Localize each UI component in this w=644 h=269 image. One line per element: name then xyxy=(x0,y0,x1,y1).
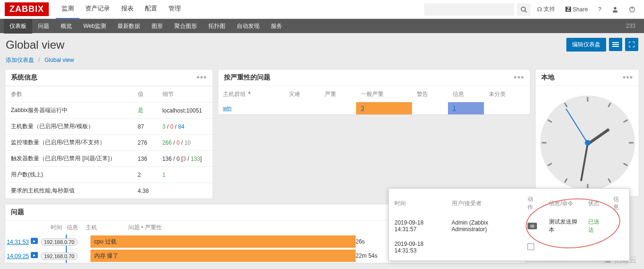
system-info-widget: 系统信息 ••• 参数值细节Zabbix服务器端运行中是localhost:10… xyxy=(5,69,213,199)
page-title: Global view xyxy=(6,38,64,52)
topnav-item[interactable]: 报表 xyxy=(116,0,139,19)
top-nav: 监测资产记录报表配置管理 xyxy=(56,0,187,19)
mail-icon: ✉ xyxy=(528,223,537,229)
widget-menu-icon[interactable]: ••• xyxy=(623,76,633,79)
table-row: 要求的主机性能,每秒新值4.38 xyxy=(5,183,213,199)
popup-row: 2019-09-18 14:31:53 xyxy=(390,238,628,257)
share-link[interactable]: ZShare xyxy=(562,4,591,15)
table-row: Zabbix服务器端运行中是localhost:10051 xyxy=(5,103,213,119)
subnav-item[interactable]: 服务 xyxy=(265,19,288,34)
list-icon[interactable] xyxy=(609,38,622,51)
widget-title: 本地 xyxy=(541,73,555,82)
table-row: 监控项数量（已启用/已禁用/不支持）276266 / 0 / 10 xyxy=(5,135,213,151)
help-icon[interactable]: ? xyxy=(594,4,605,15)
widget-title: 问题 xyxy=(11,208,24,217)
table-row: 用户数(线上)21 xyxy=(5,167,213,183)
subnav-item[interactable]: 最新数据 xyxy=(112,19,146,34)
subnav-item[interactable]: 问题 xyxy=(32,19,55,34)
search-icon[interactable] xyxy=(517,3,530,16)
table-row: 触发器数量（已启用/已禁用 [问题/正常]）136136 / 0 [3 / 13… xyxy=(5,151,213,167)
subnav-item[interactable]: 概览 xyxy=(55,19,78,34)
download-icon xyxy=(528,243,534,250)
edit-dashboard-button[interactable]: 编辑仪表盘 xyxy=(566,38,606,52)
local-clock-widget: 本地 ••• xyxy=(535,69,639,197)
logo[interactable]: ZABBIX xyxy=(5,2,49,16)
svg-point-2 xyxy=(614,7,616,9)
subnav-item[interactable]: 聚合图形 xyxy=(169,19,203,34)
support-link[interactable]: ☊支持 xyxy=(533,3,559,15)
action-popup: 时间用户/接受者动作信息/命令状态信息2019-09-18 14:31:57Ad… xyxy=(388,188,630,261)
widget-menu-icon[interactable]: ••• xyxy=(514,76,524,79)
subnav-item[interactable]: 图形 xyxy=(146,19,169,34)
table-row: 主机数量（已启用/已禁用/模板）873 / 0 / 84 xyxy=(5,119,213,135)
clock-icon xyxy=(536,91,640,195)
widget-title: 按严重性的问题 xyxy=(224,73,270,82)
topnav-item[interactable]: 监测 xyxy=(56,0,80,19)
col-problem: 问题 • 严重性 xyxy=(128,224,412,232)
topnav-item[interactable]: 配置 xyxy=(139,0,163,19)
subnav-item[interactable]: Web监测 xyxy=(78,19,112,34)
svg-line-1 xyxy=(525,10,527,12)
popup-row: 2019-09-18 14:31:57Admin (Zabbix Adminis… xyxy=(390,215,628,237)
severity-widget: 按严重性的问题 ••• 主机群组 ▲灾难严重一般严重警告信息未分类win31 xyxy=(218,69,530,115)
widget-menu-icon[interactable]: ••• xyxy=(197,76,207,79)
search-input[interactable] xyxy=(424,3,514,16)
widget-title: 系统信息 xyxy=(11,73,37,82)
breadcrumb-current[interactable]: Global view xyxy=(45,57,74,63)
table-row: win31 xyxy=(218,102,530,114)
col-info: 信息 xyxy=(67,224,86,232)
svg-point-0 xyxy=(521,7,526,11)
user-icon[interactable] xyxy=(608,4,622,15)
breadcrumb-root[interactable]: 添加仪表盘 xyxy=(6,57,34,63)
sub-nav: 仪表板问题概览Web监测最新数据图形聚合图形拓扑图自动发现服务 233 xyxy=(0,19,644,33)
subnav-count: 233 xyxy=(621,23,640,29)
power-icon[interactable] xyxy=(625,4,639,15)
fullscreen-icon[interactable] xyxy=(625,38,638,51)
subnav-item[interactable]: 自动发现 xyxy=(231,19,265,34)
topnav-item[interactable]: 管理 xyxy=(163,0,187,19)
subnav-item[interactable]: 拓扑图 xyxy=(203,19,231,34)
col-time: 时间 xyxy=(5,224,67,232)
breadcrumb: 添加仪表盘 / Global view xyxy=(0,54,644,69)
subnav-item[interactable]: 仪表板 xyxy=(4,19,32,34)
topnav-item[interactable]: 资产记录 xyxy=(80,0,116,19)
col-host: 主机 xyxy=(86,224,128,232)
